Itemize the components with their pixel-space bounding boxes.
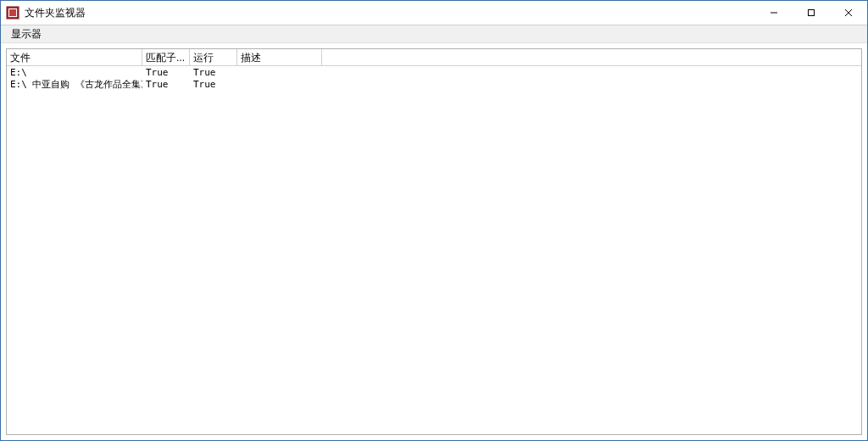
list-panel: 文件 匹配子... 运行 描述 E:\ True True E:\ 中亚自购 《… bbox=[6, 48, 862, 435]
cell-run: True bbox=[190, 67, 237, 78]
minimize-button[interactable] bbox=[755, 1, 793, 25]
cell-match: True bbox=[142, 79, 190, 90]
content-area: 文件 匹配子... 运行 描述 E:\ True True E:\ 中亚自购 《… bbox=[1, 43, 867, 440]
maximize-button[interactable] bbox=[793, 1, 830, 25]
listview-header: 文件 匹配子... 运行 描述 bbox=[7, 49, 861, 66]
titlebar-left: 文件夹监视器 bbox=[1, 6, 86, 20]
cell-match: True bbox=[142, 67, 190, 78]
cell-file: E:\ 中亚自购 《古龙作品全集》... bbox=[7, 78, 142, 91]
window-title: 文件夹监视器 bbox=[25, 6, 86, 20]
list-item[interactable]: E:\ 中亚自购 《古龙作品全集》... True True bbox=[7, 78, 861, 90]
listview-body: E:\ True True E:\ 中亚自购 《古龙作品全集》... True … bbox=[7, 66, 861, 90]
cell-file: E:\ bbox=[7, 67, 142, 78]
column-header-desc[interactable]: 描述 bbox=[237, 49, 322, 65]
app-icon bbox=[6, 6, 19, 20]
svg-rect-2 bbox=[9, 9, 16, 16]
cell-run: True bbox=[190, 79, 237, 90]
app-window: 文件夹监视器 显示器 文件 匹配子... 运行 描述 bbox=[0, 0, 868, 441]
column-header-match[interactable]: 匹配子... bbox=[142, 49, 190, 65]
close-button[interactable] bbox=[830, 1, 867, 25]
menubar: 显示器 bbox=[1, 25, 867, 43]
window-controls bbox=[755, 1, 867, 25]
menu-display[interactable]: 显示器 bbox=[6, 25, 47, 43]
column-header-run[interactable]: 运行 bbox=[190, 49, 237, 65]
titlebar[interactable]: 文件夹监视器 bbox=[1, 1, 867, 25]
svg-rect-4 bbox=[809, 10, 815, 16]
listview[interactable]: 文件 匹配子... 运行 描述 E:\ True True E:\ 中亚自购 《… bbox=[7, 49, 861, 434]
list-item[interactable]: E:\ True True bbox=[7, 66, 861, 78]
column-header-file[interactable]: 文件 bbox=[7, 49, 142, 65]
